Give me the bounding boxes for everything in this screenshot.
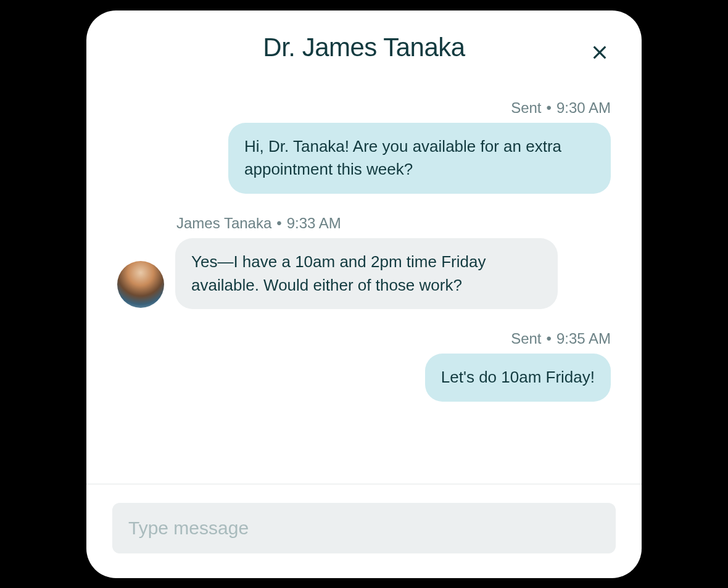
message-sender: James Tanaka bbox=[176, 215, 271, 232]
meta-separator: • bbox=[547, 330, 552, 347]
message-sent: Sent • 9:35 AM Let's do 10am Friday! bbox=[117, 330, 611, 402]
message-meta: Sent • 9:30 AM bbox=[511, 99, 611, 117]
message-received: James Tanaka • 9:33 AM Yes—I have a 10am… bbox=[117, 215, 611, 309]
message-input[interactable] bbox=[112, 503, 616, 553]
close-icon bbox=[591, 44, 608, 61]
chat-header: Dr. James Tanaka bbox=[86, 10, 642, 68]
chat-window: Dr. James Tanaka Sent • 9:30 AM Hi, Dr. … bbox=[86, 10, 642, 578]
messages-list: Sent • 9:30 AM Hi, Dr. Tanaka! Are you a… bbox=[86, 68, 642, 484]
message-meta: Sent • 9:35 AM bbox=[511, 330, 611, 347]
message-time: 9:30 AM bbox=[556, 99, 611, 117]
message-bubble[interactable]: Let's do 10am Friday! bbox=[425, 354, 611, 402]
meta-separator: • bbox=[547, 99, 552, 117]
message-bubble[interactable]: Yes—I have a 10am and 2pm time Friday av… bbox=[175, 238, 558, 309]
chat-title: Dr. James Tanaka bbox=[111, 33, 617, 62]
message-status: Sent bbox=[511, 99, 541, 117]
composer-area bbox=[86, 484, 642, 578]
avatar[interactable] bbox=[117, 261, 164, 308]
message-time: 9:35 AM bbox=[556, 330, 611, 347]
meta-separator: • bbox=[276, 215, 281, 232]
message-status: Sent bbox=[511, 330, 541, 347]
message-sent: Sent • 9:30 AM Hi, Dr. Tanaka! Are you a… bbox=[117, 99, 611, 194]
message-bubble[interactable]: Hi, Dr. Tanaka! Are you available for an… bbox=[228, 123, 611, 194]
message-row: Yes—I have a 10am and 2pm time Friday av… bbox=[117, 238, 558, 309]
close-button[interactable] bbox=[587, 40, 612, 65]
message-time: 9:33 AM bbox=[287, 215, 341, 232]
message-meta: James Tanaka • 9:33 AM bbox=[117, 215, 341, 232]
